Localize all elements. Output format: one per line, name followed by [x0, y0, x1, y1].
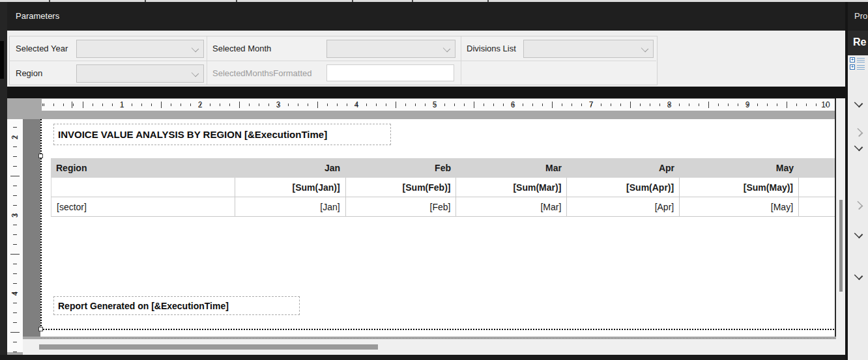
- tablix-cell[interactable]: Apr: [567, 158, 680, 178]
- chevron-right-icon[interactable]: [854, 201, 863, 210]
- body-bottom-boundary[interactable]: [40, 329, 835, 330]
- page-edge-dashed-line: [40, 338, 835, 339]
- tablix-cell[interactable]: [Mar]: [456, 197, 567, 216]
- hruler-number: 9: [745, 100, 750, 109]
- tablix-sum-row: [Sum(Jan)] [Sum(Feb)] [Sum(Mar)] [Sum(Ap…: [51, 178, 835, 197]
- vertical-scrollbar-thumb[interactable]: [839, 200, 843, 292]
- hruler-number: 4: [354, 100, 359, 109]
- hruler-number: 10: [821, 100, 830, 109]
- param-cell-selected-months-formatted: SelectedMonthsFormatted: [207, 61, 461, 85]
- tablix-cell[interactable]: [sector]: [51, 197, 235, 216]
- design-margin-strip: [23, 119, 40, 337]
- parameters-grid: Selected Year Selected Month Divisions L…: [9, 36, 658, 85]
- selected-year-dropdown[interactable]: [76, 40, 204, 58]
- report-title-text: INVOICE VALUE ANALYSIS BY REGION [&Execu…: [58, 129, 327, 140]
- hruler-number: 6: [511, 100, 515, 109]
- tree-view-icon[interactable]: +: [850, 64, 867, 70]
- left-dock-tab[interactable]: [0, 41, 4, 79]
- divisions-list-dropdown[interactable]: [523, 40, 654, 58]
- tree-lines-icon: [857, 65, 865, 70]
- resize-handle[interactable]: [38, 327, 43, 331]
- report-footer-textbox[interactable]: Report Generated on [&ExecutionTime]: [53, 296, 300, 315]
- hruler-number: 5: [433, 100, 437, 109]
- tablix-cell[interactable]: [Sum(Mar)]: [456, 178, 567, 197]
- chevron-down-icon[interactable]: [854, 271, 863, 281]
- chevron-down-icon[interactable]: [854, 143, 863, 152]
- expand-plus-icon: +: [850, 64, 855, 70]
- tablix-detail-row: [sector] [Jan] [Feb] [Mar] [Apr] [May]: [51, 197, 835, 217]
- param-cell-divisions-list: Divisions List: [461, 36, 656, 61]
- tablix-cell[interactable]: [Apr]: [567, 197, 680, 216]
- parameters-pane: Selected Year Selected Month Divisions L…: [7, 31, 845, 87]
- chevron-right-icon[interactable]: [854, 128, 863, 137]
- chevron-down-icon: [443, 45, 450, 52]
- region-dropdown[interactable]: [76, 64, 204, 83]
- chevron-down-icon[interactable]: [854, 230, 863, 239]
- ruler-half-ticks: [10, 119, 20, 352]
- hruler-number: 3: [276, 100, 281, 109]
- resize-handle[interactable]: [38, 154, 43, 158]
- tablix-cell[interactable]: May: [680, 158, 799, 178]
- param-cell-selected-month: Selected Month: [207, 36, 461, 61]
- tree-lines-icon: [857, 58, 865, 62]
- properties-pane-header[interactable]: Pro: [848, 2, 868, 31]
- body-left-boundary[interactable]: [40, 119, 42, 331]
- right-dock-panel: Pro Re + +: [848, 2, 868, 360]
- vruler-number: 4: [10, 289, 20, 298]
- horizontal-ruler: 1 2 3 4 5 6 7 8 9 10: [42, 99, 835, 111]
- tablix-cell[interactable]: [Sum(Jan)]: [235, 178, 346, 197]
- chevron-down-icon: [641, 45, 648, 52]
- tablix-cell[interactable]: Mar: [456, 158, 567, 178]
- selected-year-label: Selected Year: [16, 44, 68, 53]
- param-cell-selected-year: Selected Year: [10, 36, 207, 61]
- selected-month-dropdown[interactable]: [326, 40, 456, 58]
- param-cell-region: Region: [10, 61, 207, 85]
- tablix-cell[interactable]: [Feb]: [346, 197, 457, 216]
- report-data-pane-header[interactable]: Re: [848, 31, 868, 55]
- report-designer-window: Parameters Selected Year Selected Month …: [0, 0, 868, 360]
- selected-months-formatted-label: SelectedMonthsFormatted: [212, 68, 311, 78]
- report-data-pane-title: Re: [853, 36, 866, 48]
- region-label: Region: [16, 68, 42, 78]
- tablix-header-row: Region Jan Feb Mar Apr May: [51, 158, 835, 178]
- hruler-number: 7: [589, 100, 594, 109]
- hruler-number: 8: [667, 100, 672, 109]
- ruler-half-ticks: [42, 102, 835, 108]
- tablix-cell[interactable]: [799, 158, 835, 178]
- vertical-ruler: 2 3 4: [7, 119, 23, 352]
- expand-plus-icon: +: [850, 57, 855, 62]
- tree-view-icon[interactable]: +: [850, 57, 867, 63]
- chevron-down-icon: [192, 70, 199, 77]
- chevron-down-icon: [192, 45, 199, 52]
- left-dock-rail: [0, 2, 7, 360]
- tablix-cell[interactable]: Feb: [345, 158, 456, 178]
- parameters-pane-header[interactable]: Parameters: [7, 2, 845, 31]
- selected-month-label: Selected Month: [212, 44, 271, 53]
- tablix-cell[interactable]: [799, 178, 835, 197]
- bottom-status-bar: [0, 355, 845, 360]
- tablix[interactable]: Region Jan Feb Mar Apr May [Sum(Jan)] [S…: [51, 158, 835, 217]
- tablix-cell[interactable]: Jan: [235, 158, 345, 178]
- tablix-cell[interactable]: [Sum(Feb)]: [346, 178, 457, 197]
- tablix-cell[interactable]: [Sum(May)]: [680, 178, 799, 197]
- divisions-list-label: Divisions List: [467, 44, 516, 53]
- report-footer-text: Report Generated on [&ExecutionTime]: [58, 301, 229, 311]
- tablix-cell[interactable]: [Sum(Apr)]: [567, 178, 680, 197]
- hruler-number: 2: [198, 100, 203, 109]
- tablix-cell[interactable]: [Jan]: [235, 197, 346, 216]
- pane-divider-bar: [7, 87, 845, 98]
- chevron-down-icon[interactable]: [854, 99, 863, 108]
- param-cell-empty: [461, 61, 656, 85]
- tablix-cell[interactable]: Region: [51, 158, 235, 178]
- tablix-cell[interactable]: [51, 178, 235, 197]
- vruler-number: 3: [10, 211, 20, 220]
- selected-months-formatted-input[interactable]: [326, 64, 454, 81]
- report-title-textbox[interactable]: INVOICE VALUE ANALYSIS BY REGION [&Execu…: [53, 124, 391, 145]
- vruler-number: 2: [10, 133, 20, 142]
- horizontal-scrollbar-thumb[interactable]: [39, 344, 378, 350]
- tablix-cell[interactable]: [799, 197, 835, 216]
- tablix-cell[interactable]: [May]: [680, 197, 799, 216]
- properties-pane-title: Pro: [854, 11, 867, 21]
- parameters-pane-title: Parameters: [16, 11, 59, 21]
- hruler-number: 1: [120, 100, 124, 109]
